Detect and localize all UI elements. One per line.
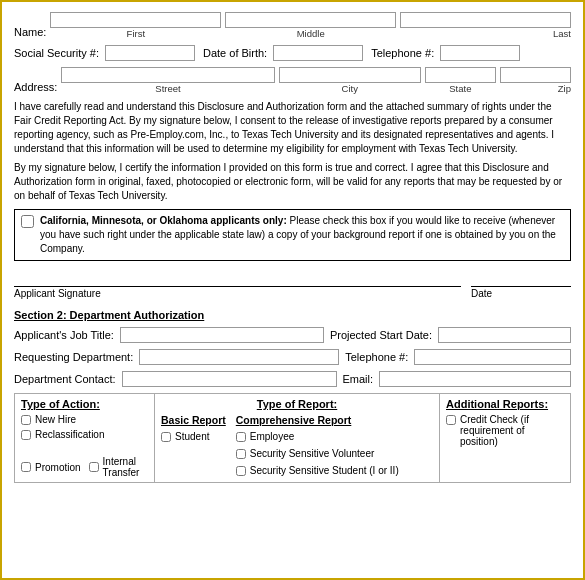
- middle-name-input[interactable]: [225, 12, 396, 28]
- projected-start-label: Projected Start Date:: [330, 329, 432, 341]
- name-label: Name:: [14, 12, 46, 38]
- last-label: Last: [400, 28, 571, 39]
- basic-report-label: Basic Report: [161, 414, 226, 426]
- security-volunteer-label: Security Sensitive Volunteer: [250, 448, 375, 459]
- first-name-input[interactable]: [50, 12, 221, 28]
- type-report-header: Type of Report:: [161, 398, 433, 410]
- reclassification-checkbox[interactable]: [21, 430, 31, 440]
- section2-header: Section 2: Department Authorization: [14, 309, 571, 321]
- zip-input[interactable]: [500, 67, 571, 83]
- new-hire-label: New Hire: [35, 414, 76, 425]
- email-input[interactable]: [379, 371, 571, 387]
- security-student-checkbox[interactable]: [236, 466, 246, 476]
- california-checkbox[interactable]: [21, 215, 34, 228]
- ssn-label: Social Security #:: [14, 47, 99, 59]
- telephone2-input[interactable]: [414, 349, 571, 365]
- email-label: Email:: [343, 373, 374, 385]
- disclosure-paragraph-1: I have carefully read and understand thi…: [14, 100, 571, 156]
- state-label: State: [425, 83, 496, 94]
- date-label: Date: [471, 288, 571, 299]
- dob-label: Date of Birth:: [203, 47, 267, 59]
- internal-transfer-label: Internal Transfer: [103, 456, 148, 478]
- projected-start-input[interactable]: [438, 327, 571, 343]
- employee-label: Employee: [250, 431, 294, 442]
- telephone2-label: Telephone #:: [345, 351, 408, 363]
- last-name-input[interactable]: [400, 12, 571, 28]
- employee-checkbox[interactable]: [236, 432, 246, 442]
- student-checkbox[interactable]: [161, 432, 171, 442]
- first-label: First: [50, 28, 221, 39]
- additional-reports-header: Additional Reports:: [446, 398, 564, 410]
- new-hire-checkbox[interactable]: [21, 415, 31, 425]
- date-input[interactable]: [471, 269, 571, 287]
- telephone-label: Telephone #:: [371, 47, 434, 59]
- reclassification-label: Reclassification: [35, 429, 104, 440]
- job-title-input[interactable]: [120, 327, 324, 343]
- applicant-signature-label: Applicant Signature: [14, 288, 461, 299]
- telephone-input[interactable]: [440, 45, 520, 61]
- job-title-label: Applicant's Job Title:: [14, 329, 114, 341]
- street-label: Street: [61, 83, 274, 94]
- state-input[interactable]: [425, 67, 496, 83]
- middle-label: Middle: [225, 28, 396, 39]
- internal-transfer-checkbox[interactable]: [89, 462, 99, 472]
- city-label: City: [279, 83, 421, 94]
- type-action-header: Type of Action:: [21, 398, 148, 410]
- street-input[interactable]: [61, 67, 274, 83]
- city-input[interactable]: [279, 67, 421, 83]
- requesting-dept-input[interactable]: [139, 349, 339, 365]
- dob-input[interactable]: [273, 45, 363, 61]
- disclosure-paragraph-2: By my signature below, I certify the inf…: [14, 161, 571, 203]
- promotion-label: Promotion: [35, 462, 81, 473]
- california-text: California, Minnesota, or Oklahoma appli…: [40, 214, 564, 256]
- dept-contact-input[interactable]: [122, 371, 337, 387]
- dept-contact-label: Department Contact:: [14, 373, 116, 385]
- requesting-dept-label: Requesting Department:: [14, 351, 133, 363]
- credit-check-checkbox[interactable]: [446, 415, 456, 425]
- security-student-label: Security Sensitive Student (I or II): [250, 465, 399, 476]
- student-label: Student: [175, 431, 209, 442]
- zip-label: Zip: [500, 83, 571, 94]
- security-volunteer-checkbox[interactable]: [236, 449, 246, 459]
- signature-input[interactable]: [14, 269, 461, 287]
- comprehensive-report-label: Comprehensive Report: [236, 414, 399, 426]
- credit-check-label: Credit Check (if requirement of position…: [460, 414, 564, 447]
- promotion-checkbox[interactable]: [21, 462, 31, 472]
- address-label: Address:: [14, 67, 57, 93]
- ssn-input[interactable]: [105, 45, 195, 61]
